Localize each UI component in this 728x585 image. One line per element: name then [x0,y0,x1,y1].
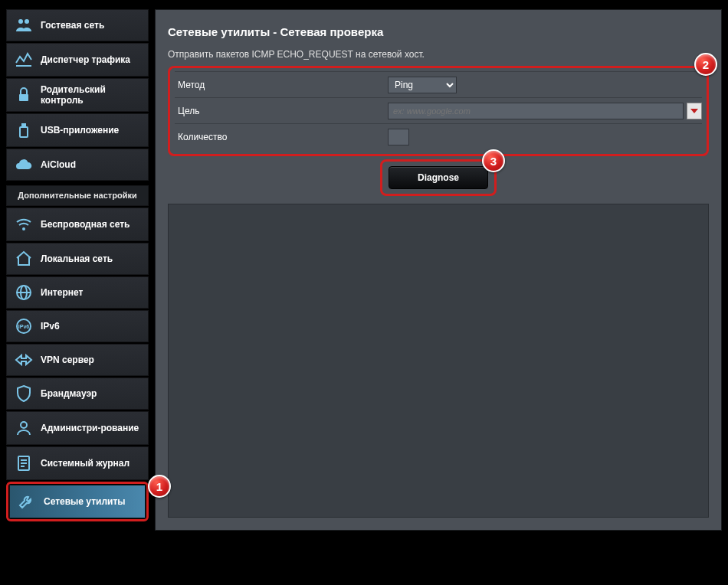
sidebar-item-internet[interactable]: Интернет [6,276,149,309]
ipv6-icon: IPv6 [15,317,33,335]
nav-label: Сетевые утилиты [44,496,126,507]
nav-label: IPv6 [41,321,60,332]
home-icon [15,250,33,268]
admin-icon [15,419,33,437]
target-dropdown-arrow[interactable] [687,103,702,119]
sidebar-item-usb[interactable]: USB-приложение [6,113,149,147]
target-input[interactable] [388,103,684,119]
sidebar-item-parental[interactable]: Родительский контроль [6,78,149,112]
nav-label: Диспетчер трафика [41,54,130,65]
method-label: Метод [175,80,388,90]
cloud-icon [15,155,33,174]
sidebar-item-wireless[interactable]: Беспроводная сеть [6,208,149,241]
main-panel: Сетевые утилиты - Сетевая проверка Отпра… [155,9,722,531]
users-icon [15,16,33,34]
usb-icon [15,121,33,139]
wifi-icon [15,215,33,234]
svg-point-1 [25,19,29,24]
sidebar-active-highlight: 1 Сетевые утилиты [6,482,149,521]
svg-rect-3 [19,94,28,101]
sidebar-item-network-tools[interactable]: Сетевые утилиты [9,485,146,518]
nav-label: Администри-рование [41,423,139,433]
count-label: Количество [175,132,388,142]
page-title: Сетевые утилиты - Сетевая проверка [168,25,709,38]
lock-icon [15,86,33,104]
sidebar-item-traffic[interactable]: Диспетчер трафика [6,43,149,77]
sidebar-item-admin[interactable]: Администри-рование [6,411,149,445]
log-icon [15,454,33,472]
diagnose-button[interactable]: Diagnose [389,166,488,189]
count-input[interactable] [388,129,409,145]
wrench-icon [18,492,36,511]
diagnose-highlight: 3 Diagnose [380,159,497,196]
nav-label: Гостевая сеть [41,20,104,31]
globe-icon [15,283,33,302]
form-area-highlight: 2 Метод Ping Цель [168,66,709,156]
svg-point-12 [21,422,27,428]
target-label: Цель [175,106,388,116]
svg-rect-5 [20,127,28,137]
sidebar-item-vpn[interactable]: VPN сервер [6,344,149,376]
nav-label: Брандмауэр [41,388,97,399]
svg-text:IPv6: IPv6 [18,324,30,329]
nav-label: Родительский контроль [41,84,140,106]
sidebar-item-syslog[interactable]: Системный журнал [6,446,149,480]
vpn-icon [15,351,33,369]
svg-point-6 [22,227,25,230]
page-description: Отправить пакетов ICMP ECHO_REQUEST на с… [168,49,709,60]
method-select[interactable]: Ping [388,77,457,93]
nav-label: USB-приложение [41,125,119,136]
advanced-settings-header: Дополнительные настройки [6,185,149,206]
sidebar-item-ipv6[interactable]: IPv6 IPv6 [6,310,149,342]
annotation-badge-2: 2 [694,53,717,76]
nav-label: Системный журнал [41,458,130,469]
sidebar-item-lan[interactable]: Локальная сеть [6,243,149,275]
output-area [168,204,709,518]
traffic-icon [15,51,33,69]
nav-label: Беспроводная сеть [41,219,130,230]
sidebar: Гостевая сеть Диспетчер трафика Родитель… [6,9,149,531]
shield-icon [15,384,33,403]
svg-point-0 [18,19,23,24]
sidebar-item-aicloud[interactable]: AiCloud [6,149,149,181]
sidebar-item-guest-network[interactable]: Гостевая сеть [6,9,149,41]
nav-label: AiCloud [41,159,76,170]
annotation-badge-1: 1 [148,475,171,498]
sidebar-item-firewall[interactable]: Брандмауэр [6,377,149,410]
nav-label: Локальная сеть [41,253,113,264]
annotation-badge-3: 3 [482,149,505,172]
nav-label: Интернет [41,287,83,298]
nav-label: VPN сервер [41,355,94,365]
